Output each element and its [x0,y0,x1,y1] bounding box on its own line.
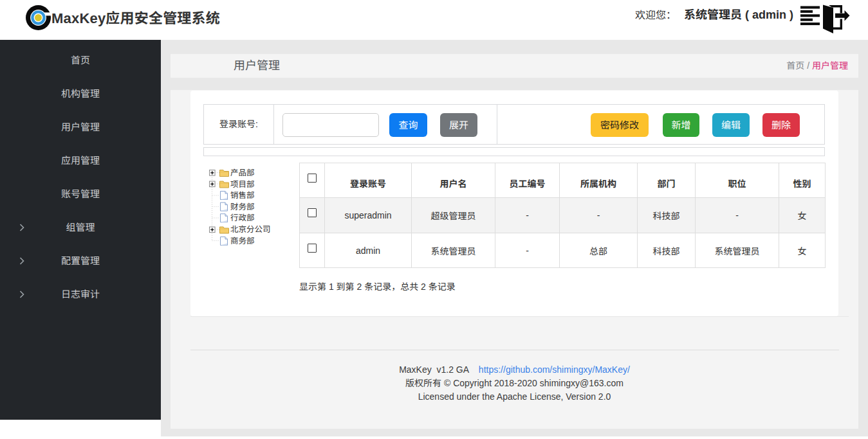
svg-text:财务部: 财务部 [230,202,255,211]
svg-text:销售部: 销售部 [230,191,255,200]
svg-text:北京分公司: 北京分公司 [230,225,271,234]
svg-text:产品部: 产品部 [230,168,255,177]
svg-text:商务部: 商务部 [230,237,255,246]
svg-text:项目部: 项目部 [230,180,255,189]
svg-text:行政部: 行政部 [230,213,255,222]
